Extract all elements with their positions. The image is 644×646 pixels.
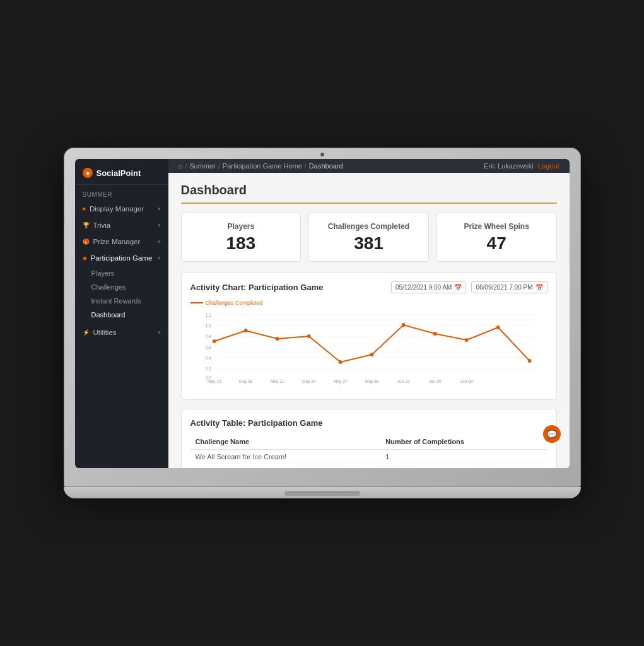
svg-text:May 15: May 15 bbox=[207, 379, 221, 384]
svg-text:0.6: 0.6 bbox=[205, 345, 211, 349]
svg-text:May 24: May 24 bbox=[302, 379, 315, 384]
svg-text:May 30: May 30 bbox=[365, 379, 378, 384]
challenge-name-1: We All Scream for Ice Cream! bbox=[190, 450, 381, 464]
svg-text:Jun 05: Jun 05 bbox=[428, 379, 441, 384]
date-from-input[interactable]: 05/12/2021 9:00 AM 📅 bbox=[391, 281, 467, 293]
svg-text:May 21: May 21 bbox=[270, 379, 284, 384]
svg-text:Jun 02: Jun 02 bbox=[397, 379, 409, 384]
svg-text:1.2: 1.2 bbox=[205, 313, 211, 317]
laptop-base bbox=[64, 487, 581, 498]
chevron-icon: ▾ bbox=[158, 329, 161, 336]
stat-value-challenges: 381 bbox=[317, 235, 421, 252]
logout-link[interactable]: Logout bbox=[538, 162, 559, 170]
screen-bezel: ◈ SocialPoint Summer ■ Display Manager ▾ bbox=[64, 148, 581, 487]
date-range: 05/12/2021 9:00 AM 📅 06/09/2021 7:00 PM … bbox=[391, 281, 547, 293]
stat-value-players: 183 bbox=[189, 235, 293, 252]
sidebar-sub-instant-rewards[interactable]: Instant Rewards bbox=[75, 294, 168, 308]
user-name: Eric Lukazewski bbox=[484, 162, 534, 170]
app-container: ◈ SocialPoint Summer ■ Display Manager ▾ bbox=[75, 159, 570, 468]
table-header: Activity Table: Participation Game bbox=[190, 418, 547, 428]
svg-text:0.4: 0.4 bbox=[205, 356, 211, 360]
stat-card-players: Players 183 bbox=[181, 213, 302, 262]
chevron-icon: ▾ bbox=[158, 222, 161, 228]
chevron-icon: ▾ bbox=[158, 238, 161, 245]
sidebar-item-prize-manager[interactable]: 🎁 Prize Manager ▾ bbox=[75, 233, 168, 250]
chat-button[interactable]: 💬 bbox=[543, 425, 561, 443]
logo-text: SocialPoint bbox=[97, 168, 141, 178]
svg-point-16 bbox=[307, 334, 310, 338]
sidebar-sub-players[interactable]: Players bbox=[75, 266, 168, 280]
user-info: Eric Lukazewski Logout bbox=[484, 162, 559, 170]
svg-point-13 bbox=[212, 339, 216, 343]
chart-legend: Challenges Completed bbox=[190, 300, 547, 306]
chevron-icon: ▾ bbox=[158, 255, 161, 261]
main-content: ⌂ / Summer / Participation Game Home / D… bbox=[168, 159, 570, 468]
svg-point-21 bbox=[464, 338, 468, 342]
date-to-input[interactable]: 06/09/2021 7:00 PM 📅 bbox=[471, 281, 547, 293]
svg-point-20 bbox=[433, 332, 436, 336]
svg-text:Jun 08: Jun 08 bbox=[460, 379, 472, 384]
chart-svg: 1.2 1.0 0.8 0.6 0.4 0.2 0.0 bbox=[190, 308, 547, 384]
svg-point-18 bbox=[370, 353, 373, 356]
page-body: Dashboard Players 183 Challenges Complet… bbox=[168, 173, 570, 468]
sidebar-sub-dashboard[interactable]: Dashboard bbox=[75, 308, 168, 322]
breadcrumb-participation[interactable]: Participation Game Home bbox=[223, 162, 302, 170]
svg-text:May 27: May 27 bbox=[333, 379, 347, 384]
stat-card-prize-wheel: Prize Wheel Spins 47 bbox=[436, 213, 557, 262]
svg-text:0.2: 0.2 bbox=[205, 367, 211, 371]
sidebar-item-display-manager[interactable]: ■ Display Manager ▾ bbox=[75, 201, 168, 217]
svg-point-22 bbox=[496, 326, 500, 329]
sidebar-sub-challenges[interactable]: Challenges bbox=[75, 280, 168, 294]
top-bar: ⌂ / Summer / Participation Game Home / D… bbox=[168, 159, 570, 173]
sidebar-item-utilities[interactable]: ⚡ Utilities ▾ bbox=[75, 324, 168, 341]
svg-text:1.0: 1.0 bbox=[205, 324, 211, 328]
svg-point-23 bbox=[527, 359, 531, 363]
sidebar-item-participation-game[interactable]: ◆ Participation Game ▾ bbox=[75, 250, 168, 266]
svg-text:May 18: May 18 bbox=[238, 379, 252, 384]
svg-point-14 bbox=[243, 329, 247, 332]
stat-label-prize-wheel: Prize Wheel Spins bbox=[445, 222, 549, 231]
completions-1: 1 bbox=[380, 450, 547, 464]
chart-header: Activity Chart: Participation Game 05/12… bbox=[190, 281, 547, 293]
chart-title: Activity Chart: Participation Game bbox=[190, 283, 324, 292]
svg-point-15 bbox=[275, 337, 279, 341]
legend-line bbox=[190, 302, 203, 303]
table-row: Life's A Beach 2 bbox=[190, 464, 547, 469]
stat-value-prize-wheel: 47 bbox=[445, 235, 549, 252]
sidebar-logo: ◈ SocialPoint bbox=[75, 159, 168, 185]
stat-card-challenges: Challenges Completed 381 bbox=[308, 213, 429, 262]
stats-row: Players 183 Challenges Completed 381 Pri… bbox=[181, 213, 557, 262]
table-section: Activity Table: Participation Game Chall… bbox=[181, 409, 557, 468]
challenge-name-2: Life's A Beach bbox=[190, 464, 381, 469]
table-title: Activity Table: Participation Game bbox=[190, 418, 323, 428]
laptop-shell: ◈ SocialPoint Summer ■ Display Manager ▾ bbox=[64, 148, 581, 498]
page-title: Dashboard bbox=[181, 183, 557, 204]
svg-point-19 bbox=[401, 323, 405, 327]
svg-point-17 bbox=[338, 360, 342, 364]
camera-dot bbox=[320, 153, 324, 156]
activity-table: Challenge Name Number of Completions We … bbox=[190, 434, 547, 468]
calendar-icon: 📅 bbox=[536, 284, 543, 291]
logo-icon: ◈ bbox=[83, 168, 93, 178]
breadcrumb-current: Dashboard bbox=[309, 162, 343, 170]
stat-label-challenges: Challenges Completed bbox=[317, 222, 421, 231]
col-challenge-name: Challenge Name bbox=[190, 434, 381, 450]
stat-label-players: Players bbox=[189, 222, 293, 231]
calendar-icon: 📅 bbox=[454, 284, 462, 291]
chevron-icon: ▾ bbox=[158, 206, 161, 212]
completions-2: 2 bbox=[380, 464, 547, 469]
chart-area: 1.2 1.0 0.8 0.6 0.4 0.2 0.0 bbox=[190, 308, 547, 391]
chart-section: Activity Chart: Participation Game 05/12… bbox=[181, 272, 557, 400]
home-icon: ⌂ bbox=[179, 162, 183, 170]
col-completions: Number of Completions bbox=[380, 434, 547, 450]
table-row: We All Scream for Ice Cream! 1 bbox=[190, 450, 547, 464]
sidebar-section-label: Summer bbox=[75, 185, 168, 201]
svg-text:0.8: 0.8 bbox=[205, 334, 211, 339]
sidebar: ◈ SocialPoint Summer ■ Display Manager ▾ bbox=[75, 159, 168, 468]
laptop-screen: ◈ SocialPoint Summer ■ Display Manager ▾ bbox=[75, 159, 570, 468]
sidebar-item-trivia[interactable]: 🏆 Trivia ▾ bbox=[75, 217, 168, 233]
breadcrumb-summer[interactable]: Summer bbox=[189, 162, 216, 170]
breadcrumb: ⌂ / Summer / Participation Game Home / D… bbox=[179, 162, 343, 170]
